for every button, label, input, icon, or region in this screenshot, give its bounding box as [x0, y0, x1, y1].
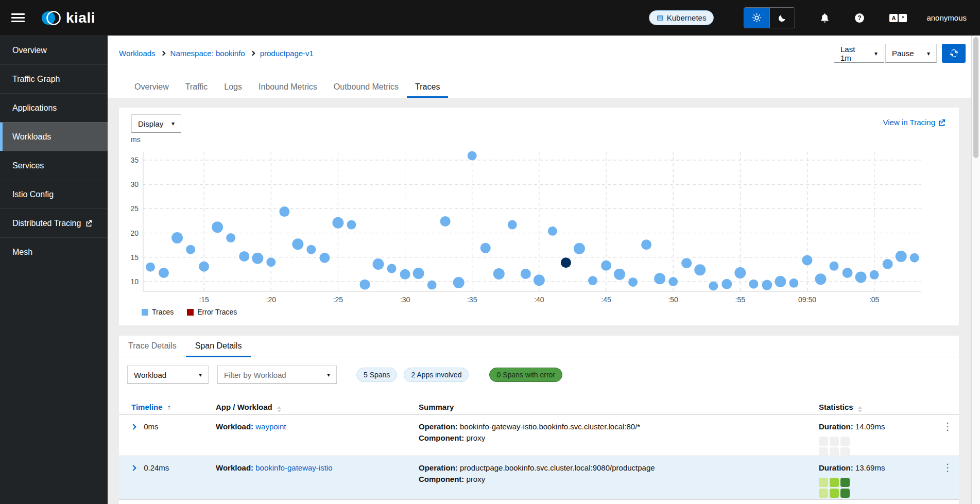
trace-point[interactable]	[654, 273, 665, 284]
display-dropdown[interactable]: Display ▾	[131, 114, 181, 133]
trace-point[interactable]	[668, 277, 678, 286]
span-row-selected[interactable]: 0.24ms Workload: bookinfo-gateway-istio …	[119, 456, 959, 500]
sidebar-item-distributed-tracing[interactable]: Distributed Tracing	[0, 208, 108, 237]
column-header-app-workload[interactable]: App / Workload	[216, 399, 419, 414]
trace-point[interactable]	[400, 269, 410, 280]
language-button[interactable]: A *	[889, 14, 907, 22]
trace-point-selected[interactable]	[561, 257, 571, 268]
trace-point[interactable]	[910, 253, 919, 263]
trace-point[interactable]	[574, 243, 585, 254]
trace-point[interactable]	[306, 245, 316, 254]
trace-point[interactable]	[427, 281, 437, 290]
page-scrollbar[interactable]	[971, 36, 980, 504]
trace-point[interactable]	[387, 264, 397, 273]
breadcrumb-workloads[interactable]: Workloads	[119, 49, 156, 58]
trace-point[interactable]	[199, 262, 209, 272]
trace-point[interactable]	[146, 263, 155, 272]
trace-point[interactable]	[896, 251, 907, 262]
trace-point[interactable]	[815, 273, 827, 285]
trace-point[interactable]	[521, 269, 531, 279]
trace-point[interactable]	[775, 276, 786, 287]
trace-point[interactable]	[212, 221, 223, 233]
trace-point[interactable]	[252, 253, 263, 264]
row-actions-kebab-icon[interactable]: ⋮	[942, 421, 953, 432]
cluster-badge[interactable]: Kubernetes	[649, 10, 714, 25]
trace-point[interactable]	[186, 245, 195, 254]
workload-link[interactable]: bookinfo-gateway-istio	[255, 463, 332, 472]
trace-point[interactable]	[226, 233, 235, 242]
tab-inbound-metrics[interactable]: Inbound Metrics	[250, 78, 325, 98]
trace-point[interactable]	[359, 280, 370, 290]
dark-theme-button[interactable]	[769, 8, 795, 28]
sidebar-item-istio-config[interactable]: Istio Config	[0, 180, 108, 208]
trace-point[interactable]	[319, 253, 330, 263]
trace-point[interactable]	[855, 272, 867, 283]
hamburger-menu-icon[interactable]	[11, 11, 25, 24]
sidebar-item-applications[interactable]: Applications	[0, 93, 108, 122]
help-button[interactable]: ?	[854, 13, 865, 23]
trace-point[interactable]	[588, 276, 597, 285]
trace-point[interactable]	[347, 220, 356, 230]
trace-point[interactable]	[641, 239, 651, 250]
sidebar-item-overview[interactable]: Overview	[0, 36, 108, 64]
tab-logs[interactable]: Logs	[216, 78, 250, 98]
trace-point[interactable]	[734, 267, 746, 279]
trace-point[interactable]	[681, 258, 692, 268]
notifications-button[interactable]	[820, 13, 830, 23]
trace-point[interactable]	[440, 216, 451, 227]
trace-point[interactable]	[493, 268, 505, 280]
trace-point[interactable]	[749, 280, 758, 289]
trace-point[interactable]	[709, 281, 718, 290]
trace-point[interactable]	[601, 260, 611, 271]
trace-point[interactable]	[453, 277, 465, 288]
trace-point[interactable]	[171, 232, 183, 244]
trace-point[interactable]	[292, 238, 303, 250]
filter-by-workload-select[interactable]: Filter by Workload ▾	[217, 366, 337, 384]
trace-point[interactable]	[628, 277, 638, 287]
trace-point[interactable]	[468, 151, 477, 161]
sidebar-item-mesh[interactable]: Mesh	[0, 237, 108, 266]
tab-traces[interactable]: Traces	[407, 78, 448, 98]
expand-chevron-icon[interactable]	[130, 465, 136, 471]
column-header-timeline[interactable]: Timeline↑	[131, 399, 216, 414]
trace-point[interactable]	[721, 279, 732, 289]
trace-point[interactable]	[332, 217, 343, 229]
trace-point[interactable]	[802, 255, 812, 265]
trace-point[interactable]	[266, 257, 276, 267]
trace-point[interactable]	[373, 258, 384, 270]
trace-point[interactable]	[789, 279, 798, 288]
trace-point[interactable]	[883, 259, 893, 269]
trace-point[interactable]	[843, 268, 853, 278]
sidebar-item-traffic-graph[interactable]: Traffic Graph	[0, 64, 108, 93]
trace-point[interactable]	[830, 262, 839, 271]
refresh-interval-select[interactable]: Pause ▾	[885, 44, 937, 63]
trace-point[interactable]	[279, 206, 289, 217]
time-range-select[interactable]: Last 1m ▾	[834, 44, 884, 63]
sidebar-item-workloads[interactable]: Workloads	[0, 122, 108, 151]
details-tab-trace-details[interactable]: Trace Details	[119, 336, 186, 357]
view-in-tracing-link[interactable]: View in Tracing	[883, 118, 945, 127]
span-row[interactable]: 0ms Workload: waypoint Operation: bookin…	[119, 415, 959, 456]
trace-point[interactable]	[870, 270, 879, 280]
tab-traffic[interactable]: Traffic	[177, 78, 216, 98]
trace-point[interactable]	[159, 268, 169, 278]
trace-point[interactable]	[480, 243, 491, 253]
column-header-statistics[interactable]: Statistics	[819, 399, 942, 414]
row-actions-kebab-icon[interactable]: ⋮	[942, 462, 953, 473]
refresh-button[interactable]	[942, 44, 966, 63]
breadcrumb-namespace[interactable]: Namespace: bookinfo	[170, 49, 245, 58]
tab-overview[interactable]: Overview	[126, 78, 177, 98]
workload-link[interactable]: waypoint	[255, 422, 286, 431]
trace-point[interactable]	[614, 269, 625, 280]
trace-point[interactable]	[239, 251, 249, 262]
trace-point[interactable]	[413, 268, 424, 279]
filter-type-select[interactable]: Workload ▾	[127, 366, 209, 384]
sidebar-item-services[interactable]: Services	[0, 151, 108, 180]
breadcrumb-workload-name[interactable]: productpage-v1	[260, 49, 314, 58]
tab-outbound-metrics[interactable]: Outbound Metrics	[325, 78, 407, 98]
trace-point[interactable]	[508, 220, 517, 230]
trace-point[interactable]	[762, 280, 772, 290]
details-tab-span-details[interactable]: Span Details	[186, 336, 251, 357]
expand-chevron-icon[interactable]	[130, 424, 136, 429]
trace-point[interactable]	[694, 264, 706, 275]
